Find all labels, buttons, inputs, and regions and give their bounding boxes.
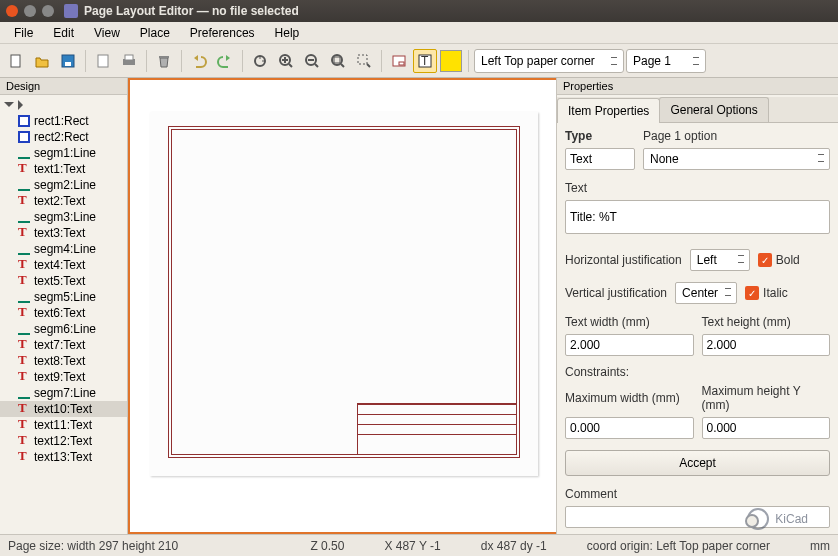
status-page-size: Page size: width 297 height 210 xyxy=(8,539,178,553)
tree-item[interactable]: Ttext10:Text xyxy=(0,401,127,417)
type-label: Type xyxy=(565,129,592,143)
text-icon: T xyxy=(18,307,30,319)
max-height-field[interactable] xyxy=(702,417,831,439)
expand-icon xyxy=(4,102,14,112)
page-preview xyxy=(150,112,538,476)
text-height-field[interactable] xyxy=(702,334,831,356)
text-width-field[interactable] xyxy=(565,334,694,356)
tree-root[interactable] xyxy=(0,97,127,113)
menu-file[interactable]: File xyxy=(4,24,43,42)
arrow-right-icon xyxy=(18,100,28,110)
menu-help[interactable]: Help xyxy=(265,24,310,42)
statusbar: Page size: width 297 height 210 Z 0.50 X… xyxy=(0,534,838,556)
text-field[interactable] xyxy=(565,200,830,234)
tree-item[interactable]: segm2:Line xyxy=(0,177,127,193)
tree-item[interactable]: segm1:Line xyxy=(0,145,127,161)
comment-field[interactable] xyxy=(565,506,830,528)
title-block xyxy=(357,403,517,455)
tree-item-label: segm5:Line xyxy=(34,290,96,304)
vjust-select[interactable]: Center xyxy=(675,282,737,304)
tree-item[interactable]: segm4:Line xyxy=(0,241,127,257)
window-minimize-button[interactable] xyxy=(24,5,36,17)
tree-item-label: segm7:Line xyxy=(34,386,96,400)
tree-item-label: text13:Text xyxy=(34,450,92,464)
tree-item[interactable]: Ttext4:Text xyxy=(0,257,127,273)
delete-button[interactable] xyxy=(152,49,176,73)
tree-item[interactable]: rect1:Rect xyxy=(0,113,127,129)
menu-view[interactable]: View xyxy=(84,24,130,42)
zoom-redraw-button[interactable] xyxy=(248,49,272,73)
tree-item[interactable]: segm7:Line xyxy=(0,385,127,401)
tree-item[interactable]: Ttext9:Text xyxy=(0,369,127,385)
tree-item[interactable]: Ttext1:Text xyxy=(0,161,127,177)
constraints-label: Constraints: xyxy=(565,365,830,379)
window-close-button[interactable] xyxy=(6,5,18,17)
window-maximize-button[interactable] xyxy=(42,5,54,17)
coord-origin-value: Left Top paper corner xyxy=(481,54,595,68)
tree-item-label: text7:Text xyxy=(34,338,85,352)
line-icon xyxy=(18,211,30,223)
page1-option-select[interactable]: None xyxy=(643,148,830,170)
page1-option-label: Page 1 option xyxy=(643,129,717,143)
text-label: Text xyxy=(565,181,830,195)
text-icon: T xyxy=(18,451,30,463)
comment-label: Comment xyxy=(565,487,830,501)
tree-item[interactable]: Ttext7:Text xyxy=(0,337,127,353)
design-tree-pane: Design rect1:Rectrect2:Rectsegm1:LineTte… xyxy=(0,78,128,534)
menu-edit[interactable]: Edit xyxy=(43,24,84,42)
tree-item[interactable]: Ttext5:Text xyxy=(0,273,127,289)
design-tree[interactable]: rect1:Rectrect2:Rectsegm1:LineTtext1:Tex… xyxy=(0,95,127,534)
color-swatch-icon xyxy=(440,50,462,72)
text-icon: T xyxy=(18,195,30,207)
bold-checkbox[interactable]: ✓Bold xyxy=(758,253,800,267)
menu-place[interactable]: Place xyxy=(130,24,180,42)
coord-origin-combo[interactable]: Left Top paper corner xyxy=(474,49,624,73)
tree-item-label: text2:Text xyxy=(34,194,85,208)
tree-item[interactable]: Ttext2:Text xyxy=(0,193,127,209)
hjust-select[interactable]: Left xyxy=(690,249,750,271)
properties-pane-header: Properties xyxy=(557,78,838,95)
tree-item[interactable]: Ttext12:Text xyxy=(0,433,127,449)
tree-item[interactable]: Ttext3:Text xyxy=(0,225,127,241)
tree-item[interactable]: Ttext11:Text xyxy=(0,417,127,433)
tree-item[interactable]: segm6:Line xyxy=(0,321,127,337)
undo-button[interactable] xyxy=(187,49,211,73)
text-icon: T xyxy=(18,435,30,447)
zoom-in-button[interactable] xyxy=(274,49,298,73)
page-combo[interactable]: Page 1 xyxy=(626,49,706,73)
page-settings-button[interactable] xyxy=(91,49,115,73)
redo-button[interactable] xyxy=(213,49,237,73)
max-width-field[interactable] xyxy=(565,417,694,439)
tree-item-label: segm4:Line xyxy=(34,242,96,256)
text-icon: T xyxy=(18,403,30,415)
show-title-block-edit-button[interactable]: T xyxy=(413,49,437,73)
tree-item[interactable]: Ttext13:Text xyxy=(0,449,127,465)
tree-item[interactable]: segm3:Line xyxy=(0,209,127,225)
new-file-button[interactable] xyxy=(4,49,28,73)
print-button[interactable] xyxy=(117,49,141,73)
zoom-out-button[interactable] xyxy=(300,49,324,73)
canvas[interactable] xyxy=(128,78,556,534)
show-title-block-normal-button[interactable] xyxy=(387,49,411,73)
background-color-button[interactable] xyxy=(439,49,463,73)
menu-preferences[interactable]: Preferences xyxy=(180,24,265,42)
text-icon: T xyxy=(18,371,30,383)
zoom-selection-button[interactable] xyxy=(352,49,376,73)
tree-item[interactable]: segm5:Line xyxy=(0,289,127,305)
save-button[interactable] xyxy=(56,49,80,73)
tab-general-options[interactable]: General Options xyxy=(659,97,768,122)
zoom-fit-button[interactable] xyxy=(326,49,350,73)
italic-checkbox[interactable]: ✓Italic xyxy=(745,286,788,300)
open-file-button[interactable] xyxy=(30,49,54,73)
text-width-label: Text width (mm) xyxy=(565,315,694,329)
line-icon xyxy=(18,147,30,159)
type-field[interactable] xyxy=(565,148,635,170)
tree-item[interactable]: Ttext6:Text xyxy=(0,305,127,321)
line-icon xyxy=(18,243,30,255)
tree-item[interactable]: rect2:Rect xyxy=(0,129,127,145)
tab-item-properties[interactable]: Item Properties xyxy=(557,98,660,123)
accept-button[interactable]: Accept xyxy=(565,450,830,476)
properties-tabs: Item Properties General Options xyxy=(557,97,838,123)
toolbar: T Left Top paper corner Page 1 xyxy=(0,44,838,78)
tree-item[interactable]: Ttext8:Text xyxy=(0,353,127,369)
